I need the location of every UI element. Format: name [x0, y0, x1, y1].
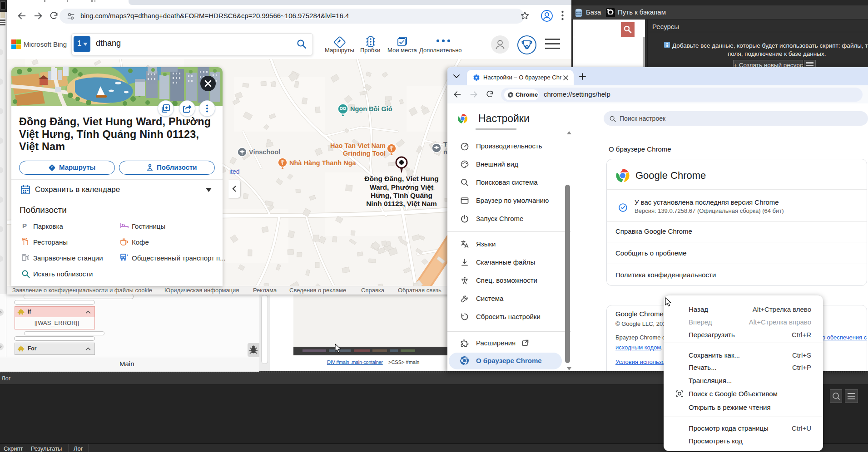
- svg-text:Nhà Hàng Thanh Nga: Nhà Hàng Thanh Nga: [289, 159, 357, 167]
- svg-text:Ninh 01123, Việt Nam: Ninh 01123, Việt Nam: [366, 200, 437, 207]
- svg-text:Đồng Đăng, Viet Hung: Đồng Đăng, Viet Hung: [364, 175, 438, 182]
- svg-text:Ngọn Đồi Gió: Ngọn Đồi Gió: [350, 105, 392, 113]
- svg-text:Ward, Phường Việt: Ward, Phường Việt: [370, 183, 433, 191]
- svg-text:Hao Tan Viet Nam: Hao Tan Viet Nam: [330, 142, 386, 149]
- svg-text:Grinding Tool: Grinding Tool: [343, 150, 386, 157]
- svg-text:Vinschool: Vinschool: [249, 148, 280, 156]
- svg-text:ited: ited: [229, 168, 240, 175]
- svg-text:Hưng, Tỉnh Quảng: Hưng, Tỉnh Quảng: [371, 192, 432, 199]
- svg-text:T: T: [443, 141, 447, 148]
- svg-text:n: n: [443, 148, 447, 156]
